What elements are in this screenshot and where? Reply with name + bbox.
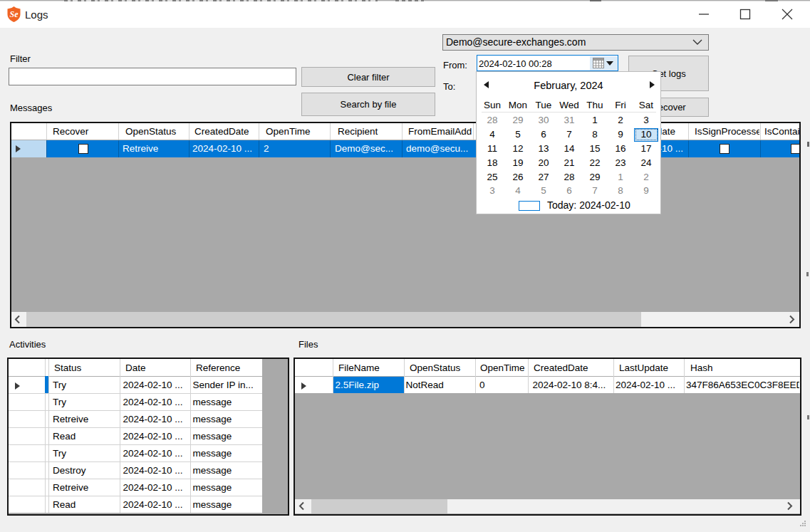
svg-text:Se: Se bbox=[10, 9, 19, 19]
